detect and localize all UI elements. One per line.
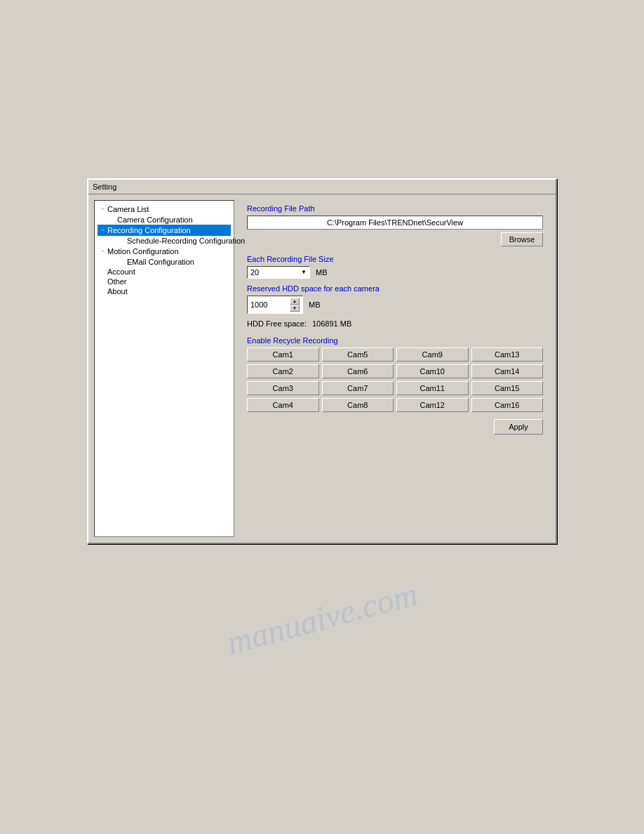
reserved-hdd-spin[interactable]: ▲ ▼: [247, 296, 303, 314]
hdd-free-label: HDD Free space:: [247, 319, 307, 328]
apply-row: Apply: [247, 419, 543, 435]
sidebar-item-email-configuration[interactable]: EMail Configuration: [98, 257, 231, 267]
cam-button-cam4[interactable]: Cam4: [247, 398, 319, 412]
sidebar-label-camera-list: Camera List: [107, 205, 149, 213]
expand-icon: －: [98, 225, 107, 235]
cam-button-cam13[interactable]: Cam13: [471, 348, 544, 362]
title-bar: Setting: [88, 180, 556, 194]
watermark: manuaive.com: [222, 574, 421, 662]
cam-button-cam15[interactable]: Cam15: [471, 381, 544, 395]
cam-button-cam2[interactable]: Cam2: [247, 364, 319, 378]
cam-button-cam1[interactable]: Cam1: [247, 348, 319, 362]
hdd-free-row: HDD Free space: 106891 MB: [247, 319, 543, 328]
sidebar-item-other[interactable]: Other: [98, 277, 231, 286]
recording-file-path-section: Recording File Path: [247, 204, 543, 232]
sidebar: － Camera List Camera Configuration － Rec…: [94, 200, 234, 537]
browse-row: Browse: [247, 232, 543, 246]
sidebar-item-camera-list[interactable]: － Camera List: [98, 204, 231, 215]
cam-button-cam12[interactable]: Cam12: [396, 398, 469, 412]
sidebar-item-account[interactable]: Account: [98, 267, 231, 277]
sidebar-label-recording-configuration: Recording Configuration: [107, 226, 191, 234]
reserved-hdd-input[interactable]: [250, 300, 290, 309]
sidebar-item-schedule-recording[interactable]: Schedule-Recording Configuration: [98, 236, 231, 246]
sidebar-label-schedule-recording: Schedule-Recording Configuration: [127, 237, 245, 245]
expand-icon: －: [98, 204, 107, 214]
reserved-hdd-unit: MB: [309, 300, 321, 309]
file-size-combo[interactable]: 20 ▼: [247, 266, 310, 279]
file-size-row: 20 ▼ MB: [247, 266, 543, 279]
cam-button-cam3[interactable]: Cam3: [247, 381, 319, 395]
apply-button[interactable]: Apply: [494, 419, 543, 435]
sidebar-item-recording-configuration[interactable]: － Recording Configuration: [98, 225, 231, 236]
main-panel: Recording File Path Browse Each Recordin…: [240, 200, 550, 537]
spin-down-icon[interactable]: ▼: [290, 305, 300, 312]
sidebar-item-motion-configuration[interactable]: － Motion Configuration: [98, 246, 231, 257]
cam-button-cam14[interactable]: Cam14: [471, 364, 544, 378]
cam-button-cam9[interactable]: Cam9: [396, 348, 469, 362]
sidebar-label-other: Other: [107, 277, 127, 286]
reserved-hdd-label: Reserved HDD space for each camera: [247, 284, 543, 293]
each-file-size-label: Each Recording File Size: [247, 255, 543, 263]
cam-button-cam11[interactable]: Cam11: [396, 381, 469, 395]
settings-window: Setting － Camera List Camera Configurati…: [87, 178, 557, 544]
combo-arrow-icon: ▼: [301, 269, 307, 275]
browse-button[interactable]: Browse: [501, 232, 543, 246]
window-title: Setting: [93, 183, 116, 191]
cam-button-cam10[interactable]: Cam10: [396, 364, 469, 378]
spin-up-icon[interactable]: ▲: [290, 298, 300, 305]
expand-icon: －: [98, 246, 107, 256]
cam-grid: Cam1Cam5Cam9Cam13Cam2Cam6Cam10Cam14Cam3C…: [247, 348, 543, 412]
cam-button-cam7[interactable]: Cam7: [322, 381, 394, 395]
cam-button-cam8[interactable]: Cam8: [322, 398, 394, 412]
sidebar-label-motion-configuration: Motion Configuration: [107, 247, 179, 256]
file-size-unit: MB: [316, 268, 328, 277]
sidebar-label-about: About: [107, 287, 128, 296]
path-input[interactable]: [247, 216, 543, 230]
sidebar-item-about[interactable]: About: [98, 286, 231, 296]
reserved-hdd-row: ▲ ▼ MB: [247, 296, 543, 314]
enable-recycle-label: Enable Recycle Recording: [247, 336, 543, 345]
cam-button-cam6[interactable]: Cam6: [322, 364, 394, 378]
sidebar-label-account: Account: [107, 267, 135, 276]
sidebar-item-camera-configuration[interactable]: Camera Configuration: [98, 215, 231, 225]
spin-arrows: ▲ ▼: [290, 298, 300, 312]
hdd-free-value: 106891 MB: [312, 319, 351, 328]
cam-button-cam16[interactable]: Cam16: [471, 398, 544, 412]
sidebar-label-camera-configuration: Camera Configuration: [117, 216, 193, 224]
recording-file-path-label: Recording File Path: [247, 204, 543, 213]
sidebar-label-email-configuration: EMail Configuration: [127, 258, 194, 266]
file-size-value: 20: [250, 268, 259, 277]
cam-button-cam5[interactable]: Cam5: [322, 348, 394, 362]
